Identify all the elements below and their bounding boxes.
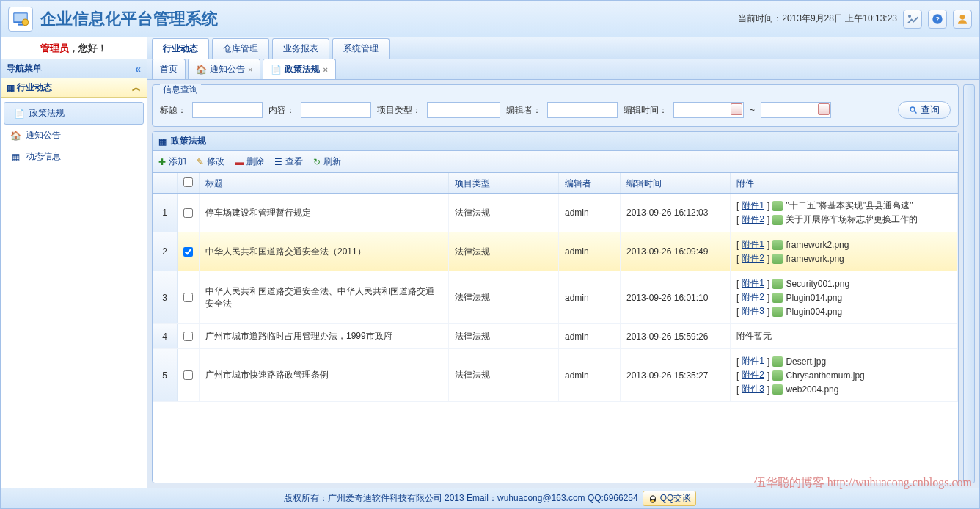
row-checkbox[interactable]: [183, 247, 193, 257]
cell-checkbox: [178, 349, 200, 401]
col-type[interactable]: 项目类型: [449, 173, 559, 193]
label-title: 标题：: [160, 104, 186, 117]
inner-tab[interactable]: 首页: [152, 59, 186, 79]
cell-editor: admin: [559, 349, 621, 401]
cell-attachment: 附件暂无: [731, 324, 958, 348]
sidebar-item[interactable]: ▦动态信息: [1, 146, 147, 167]
copyright: 版权所有：广州爱奇迪软件科技有限公司 2013 Email：wuhuacong@…: [284, 492, 638, 505]
settings-button[interactable]: [903, 10, 922, 29]
attachment-line: [ 附件3 ] Plugin004.png: [736, 305, 849, 318]
sidebar: 导航菜单 « ▦ 行业动态 ︽ 📄政策法规🏠通知公告▦动态信息: [1, 59, 147, 488]
cell-attachment: [ 附件1 ] Security001.png[ 附件2 ] Plugin014…: [731, 271, 958, 323]
search-editor-input[interactable]: [547, 102, 618, 118]
attachment-link[interactable]: 附件2: [742, 291, 764, 304]
row-checkbox[interactable]: [183, 370, 193, 380]
greeting: 管理员，您好！: [1, 37, 147, 59]
add-button[interactable]: ✚添加: [158, 155, 186, 168]
row-checkbox[interactable]: [183, 208, 193, 218]
cell-type: 法律法规: [449, 349, 559, 401]
time-label: 当前时间：2013年9月28日 上午10:13:23: [738, 12, 897, 25]
cell-title: 中华人民共和国道路交通安全法、中华人民共和国道路交通安全法: [200, 271, 449, 323]
sidebar-item[interactable]: 📄政策法规: [4, 102, 144, 125]
close-icon[interactable]: ×: [323, 65, 327, 74]
cell-time: 2013-09-26 15:35:27: [621, 349, 731, 401]
table-row[interactable]: 1停车场建设和管理暂行规定法律法规admin2013-09-26 16:12:0…: [153, 194, 958, 232]
attachment-link[interactable]: 附件3: [742, 383, 764, 395]
tab-label: 政策法规: [285, 63, 320, 76]
file-icon: [772, 240, 783, 250]
sidebar-collapse-icon[interactable]: «: [135, 63, 141, 75]
col-time[interactable]: 编辑时间: [621, 173, 731, 193]
search-icon: [909, 106, 918, 114]
main-tab[interactable]: 行业动态: [152, 38, 209, 59]
main-tab[interactable]: 系统管理: [332, 38, 390, 59]
cell-attachment: [ 附件1 ] "十二五"将基本实现"县县通高速"[ 附件2 ] 关于开展停车场…: [731, 194, 958, 232]
nav-label: 政策法规: [29, 107, 65, 120]
file-icon: [772, 356, 783, 367]
attachment-link[interactable]: 附件2: [742, 369, 764, 381]
cell-time: 2013-09-26 16:12:03: [621, 194, 731, 232]
svg-point-8: [910, 107, 915, 111]
attachment-link[interactable]: 附件2: [742, 252, 764, 265]
nav-list: 📄政策法规🏠通知公告▦动态信息: [1, 98, 147, 488]
sidebar-item[interactable]: 🏠通知公告: [1, 125, 147, 146]
main-tab[interactable]: 仓库管理: [212, 38, 269, 59]
table-row[interactable]: 3中华人民共和国道路交通安全法、中华人民共和国道路交通安全法法律法规admin2…: [153, 271, 958, 324]
attachment-link[interactable]: 附件1: [742, 199, 764, 212]
cell-number: 4: [153, 324, 178, 348]
cell-title: 广州市城市快速路路政管理条例: [200, 349, 449, 401]
search-title-input[interactable]: [192, 102, 263, 118]
qq-icon: [648, 494, 658, 504]
attachment-link[interactable]: 附件1: [742, 355, 764, 367]
search-content-input[interactable]: [301, 102, 371, 118]
edit-button[interactable]: ✎修改: [197, 155, 224, 168]
search-button[interactable]: 查询: [898, 101, 951, 119]
attachment-name: Security001.png: [786, 279, 849, 289]
file-icon: [772, 279, 783, 289]
close-icon[interactable]: ×: [248, 65, 252, 74]
table-row[interactable]: 5广州市城市快速路路政管理条例法律法规admin2013-09-26 15:35…: [153, 349, 958, 402]
col-editor[interactable]: 编辑者: [559, 173, 621, 193]
grid-body: 1停车场建设和管理暂行规定法律法规admin2013-09-26 16:12:0…: [153, 194, 958, 483]
cell-checkbox: [178, 271, 200, 323]
accordion-header[interactable]: ▦ 行业动态 ︽: [1, 78, 147, 98]
delete-button[interactable]: ▬删除: [235, 155, 264, 168]
help-button[interactable]: ?: [928, 10, 947, 29]
attachment-link[interactable]: 附件1: [742, 277, 764, 290]
row-checkbox[interactable]: [183, 332, 193, 341]
cell-title: 广州市城市道路临时占用管理办法，1999市政府: [200, 324, 449, 348]
attachment-line: [ 附件2 ] framework.png: [736, 252, 849, 265]
tab-icon: 🏠: [196, 65, 207, 75]
qq-chat-button[interactable]: QQ交谈: [643, 491, 697, 506]
refresh-button[interactable]: ↻刷新: [313, 155, 341, 168]
col-title[interactable]: 标题: [200, 173, 449, 193]
inner-tab[interactable]: 📄政策法规×: [263, 59, 335, 79]
file-icon: [772, 293, 783, 303]
label-time: 编辑时间：: [624, 104, 668, 117]
select-all-checkbox[interactable]: [183, 177, 193, 187]
attachment-link[interactable]: 附件1: [742, 238, 764, 251]
attachment-link[interactable]: 附件3: [742, 305, 764, 318]
main-tab[interactable]: 业务报表: [272, 38, 329, 59]
calendar-icon[interactable]: [731, 103, 742, 115]
table-row[interactable]: 2中华人民共和国道路交通安全法（2011）法律法规admin2013-09-26…: [153, 232, 958, 271]
vertical-scrollbar[interactable]: [963, 84, 975, 483]
attachment-link[interactable]: 附件2: [742, 213, 764, 226]
col-attachment[interactable]: 附件: [731, 173, 958, 193]
inner-tab[interactable]: 🏠通知公告×: [188, 59, 260, 79]
cell-checkbox: [178, 194, 200, 232]
user-button[interactable]: [953, 10, 972, 29]
cell-checkbox: [178, 232, 200, 271]
calendar-icon[interactable]: [818, 103, 830, 115]
cell-type: 法律法规: [449, 324, 559, 348]
grid-panel: ▦ 政策法规 ✚添加 ✎修改 ▬删除 ☰查看 ↻刷新: [152, 131, 959, 483]
row-checkbox[interactable]: [183, 293, 193, 302]
app-header: 企业信息化平台管理系统 当前时间：2013年9月28日 上午10:13:23 ?: [1, 1, 979, 37]
table-row[interactable]: 4广州市城市道路临时占用管理办法，1999市政府法律法规admin2013-09…: [153, 324, 958, 349]
list-icon: ☰: [274, 157, 282, 167]
grid-toolbar: ✚添加 ✎修改 ▬删除 ☰查看 ↻刷新: [153, 151, 958, 173]
nav-icon: 🏠: [10, 130, 21, 142]
attachment-line: [ 附件2 ] Chrysanthemum.jpg: [736, 369, 865, 381]
search-type-input[interactable]: [427, 102, 500, 118]
view-button[interactable]: ☰查看: [274, 155, 303, 168]
